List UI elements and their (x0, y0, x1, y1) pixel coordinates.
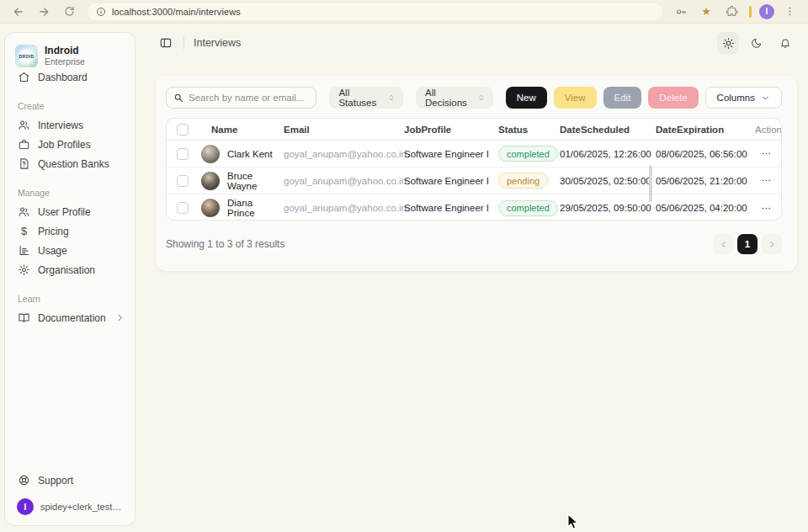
table-row[interactable]: Clark Kent goyal_anupam@yahoo.co.in Soft… (167, 141, 781, 168)
edit-button[interactable]: Edit (603, 87, 642, 109)
extensions-icon[interactable] (721, 3, 742, 20)
dollar-icon: $ (18, 225, 30, 237)
sidebar-item-organisation[interactable]: Organisation (13, 260, 127, 279)
chevron-updown-icon (477, 93, 486, 102)
page-title: Interviews (194, 37, 241, 49)
sidebar-item-user-profile[interactable]: User Profile (13, 202, 127, 221)
interviews-table: Name Email JobProfile Status DateSchedul… (166, 118, 782, 221)
light-mode-button[interactable] (717, 32, 739, 54)
sidebar-item-label: Dashboard (38, 72, 88, 83)
search-input[interactable] (189, 93, 309, 103)
avatar (201, 172, 220, 190)
header-divider (183, 36, 184, 50)
row-checkbox[interactable] (177, 148, 189, 160)
status-badge: pending (498, 173, 548, 189)
password-manager-icon[interactable] (671, 3, 691, 20)
column-header-datescheduled: DateScheduled (556, 125, 652, 135)
column-header-dateexpiration: DateExpiration (652, 125, 752, 135)
status-filter-select[interactable]: All Statuses (329, 87, 403, 109)
support-lifebuoy-icon (18, 474, 30, 487)
row-checkbox[interactable] (177, 175, 189, 187)
avatar (201, 199, 220, 217)
browser-forward-icon[interactable] (34, 3, 54, 20)
select-all-checkbox[interactable] (177, 124, 189, 136)
sidebar-item-job-profiles[interactable]: Job Profiles (13, 135, 127, 154)
sidebar-item-documentation[interactable]: Documentation (13, 308, 127, 327)
users-icon (18, 205, 30, 218)
dark-mode-button[interactable] (746, 32, 768, 54)
decision-filter-select[interactable]: All Decisions (416, 87, 493, 109)
row-checkbox[interactable] (177, 202, 189, 214)
sidebar-item-usage[interactable]: Usage (13, 241, 127, 260)
results-summary: Showing 1 to 3 of 3 results (166, 238, 284, 250)
org-plan: Enterprise (45, 56, 85, 66)
section-label-learn: Learn (18, 294, 122, 304)
sidebar-item-label: Documentation (38, 312, 106, 324)
bookmark-star-icon[interactable]: ★ (696, 3, 716, 20)
gear-icon (18, 263, 30, 276)
sidebar-item-interviews[interactable]: Interviews (13, 115, 127, 135)
prev-page-button[interactable] (713, 234, 733, 254)
section-label-manage: Manage (18, 188, 122, 198)
row-actions-menu-icon[interactable] (758, 200, 776, 215)
sidebar-item-support[interactable]: Support (13, 471, 127, 490)
chevron-right-icon (114, 311, 126, 324)
org-logo: DROID (15, 45, 38, 67)
org-switcher[interactable]: DROID Indroid Enterprise (13, 43, 127, 67)
notification-bar-indicator (749, 6, 752, 18)
status-badge: completed (498, 200, 558, 216)
column-header-status: Status (495, 125, 556, 135)
sidebar-item-label: Question Banks (38, 158, 109, 170)
next-page-button[interactable] (762, 234, 782, 254)
sidebar-item-label: Usage (38, 245, 67, 257)
book-icon (18, 311, 30, 324)
home-icon (18, 71, 30, 83)
sidebar-item-question-banks[interactable]: Question Banks (13, 154, 127, 173)
chevron-down-icon (761, 93, 770, 103)
search-icon (173, 93, 183, 103)
url-bar[interactable]: localhost:3000/main/interviews (88, 3, 662, 20)
chevron-updown-icon (387, 93, 396, 102)
avatar (201, 145, 220, 163)
sidebar-item-label: Job Profiles (38, 139, 91, 151)
browser-toolbar: localhost:3000/main/interviews ★ I (0, 0, 808, 24)
org-name: Indroid (45, 45, 85, 57)
delete-button[interactable]: Delete (648, 87, 698, 109)
users-icon (18, 119, 30, 131)
sidebar-item-pricing[interactable]: $ Pricing (13, 221, 127, 241)
column-header-actions: Actions (752, 125, 782, 135)
sidebar-item-dashboard[interactable]: Dashboard (13, 67, 127, 87)
status-badge: completed (498, 146, 558, 162)
browser-refresh-icon[interactable] (59, 3, 79, 20)
sidebar-toggle-icon[interactable] (157, 32, 174, 54)
table-toolbar: All Statuses All Decisions New View Edit… (156, 76, 797, 109)
sidebar-item-label: Interviews (38, 120, 83, 131)
view-button[interactable]: View (554, 87, 597, 109)
search-box[interactable] (166, 87, 316, 109)
app-root: DROID Indroid Enterprise Dashboard Creat… (0, 24, 808, 532)
columns-button[interactable]: Columns (705, 87, 782, 109)
row-actions-menu-icon[interactable] (758, 146, 776, 162)
browser-profile-avatar[interactable]: I (759, 4, 774, 19)
sidebar: DROID Indroid Enterprise Dashboard Creat… (4, 32, 136, 526)
page-1-button[interactable]: 1 (737, 234, 758, 254)
sidebar-bottom: Support I spidey+clerk_test@ny.c... (13, 458, 127, 519)
browser-back-icon[interactable] (8, 3, 29, 20)
column-header-jobprofile: JobProfile (401, 125, 495, 135)
column-header-name: Name (198, 125, 280, 135)
notifications-bell-button[interactable] (774, 32, 796, 54)
new-button[interactable]: New (506, 87, 547, 109)
main-header: Interviews (136, 24, 808, 62)
sidebar-item-label: Support (38, 475, 73, 487)
file-question-icon (18, 157, 30, 170)
table-row[interactable]: Diana Prince goyal_anupam@yahoo.co.in So… (167, 194, 781, 221)
browser-menu-icon[interactable] (779, 3, 800, 20)
site-info-icon[interactable] (96, 7, 106, 17)
interviews-panel: All Statuses All Decisions New View Edit… (156, 76, 797, 271)
table-footer: Showing 1 to 3 of 3 results 1 (166, 229, 782, 259)
table-row[interactable]: Bruce Wayne goyal_anupam@yahoo.co.in Sof… (167, 168, 781, 194)
panel-scrollbar[interactable] (649, 165, 652, 202)
user-menu[interactable]: I spidey+clerk_test@ny.c... (13, 495, 127, 519)
usage-chart-icon (18, 244, 30, 257)
row-actions-menu-icon[interactable] (758, 173, 776, 189)
